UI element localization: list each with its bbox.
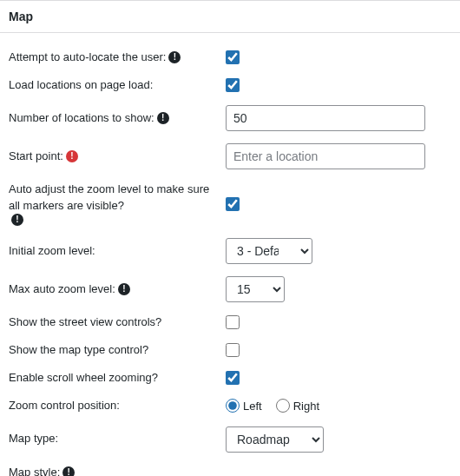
info-icon[interactable]: !: [11, 214, 23, 226]
radio-label-right[interactable]: Right: [276, 399, 319, 413]
row-map-type: Map type: Roadmap: [9, 420, 451, 459]
label-initial-zoom: Initial zoom level:: [9, 243, 226, 259]
label-zoom-pos: Zoom control position:: [9, 398, 226, 413]
info-icon[interactable]: !: [157, 112, 169, 124]
label-street-view-text: Show the street view controls?: [9, 314, 161, 330]
label-auto-zoom-text: Auto adjust the zoom level to make sure …: [9, 182, 217, 213]
select-max-auto-zoom[interactable]: 15: [226, 276, 285, 302]
radio-right-text: Right: [293, 400, 319, 413]
label-map-type-ctrl-text: Show the map type control?: [9, 342, 148, 358]
label-start-point: Start point: !: [9, 149, 226, 164]
row-scroll-wheel: Enable scroll wheel zooming?: [9, 364, 451, 392]
row-max-auto-zoom: Max auto zoom level: ! 15: [9, 270, 451, 308]
label-map-type: Map type:: [9, 431, 226, 446]
row-auto-locate: Attempt to auto-locate the user: !: [9, 43, 451, 71]
label-auto-locate: Attempt to auto-locate the user: !: [9, 50, 226, 65]
radio-left[interactable]: [226, 399, 240, 413]
row-zoom-pos: Zoom control position: Left Right: [9, 392, 451, 420]
checkbox-auto-zoom[interactable]: [226, 197, 240, 211]
label-load-on-page: Load locations on page load:: [9, 77, 226, 93]
form-body: Attempt to auto-locate the user: ! Load …: [0, 33, 460, 476]
checkbox-scroll-wheel[interactable]: [226, 371, 240, 385]
checkbox-street-view[interactable]: [226, 315, 240, 329]
label-auto-locate-text: Attempt to auto-locate the user:: [9, 50, 166, 65]
warning-icon[interactable]: !: [66, 150, 78, 162]
row-num-locations: Number of locations to show: !: [9, 99, 451, 137]
radio-right[interactable]: [276, 399, 290, 413]
row-street-view: Show the street view controls?: [9, 308, 451, 336]
label-auto-zoom: Auto adjust the zoom level to make sure …: [9, 182, 226, 225]
checkbox-map-type-ctrl[interactable]: [226, 343, 240, 357]
input-num-locations[interactable]: [226, 105, 425, 131]
info-icon[interactable]: !: [168, 51, 181, 63]
label-num-locations-text: Number of locations to show:: [9, 110, 154, 126]
section-title: Map: [0, 0, 460, 33]
radio-label-left[interactable]: Left: [226, 399, 262, 413]
label-initial-zoom-text: Initial zoom level:: [9, 243, 95, 259]
checkbox-load-on-page[interactable]: [226, 78, 240, 92]
row-map-style: Map style: !: [9, 459, 451, 477]
label-map-type-ctrl: Show the map type control?: [9, 342, 226, 358]
label-scroll-wheel: Enable scroll wheel zooming?: [9, 370, 226, 386]
label-map-style-text: Map style:: [9, 465, 60, 477]
label-max-auto-zoom: Max auto zoom level: !: [9, 281, 226, 297]
select-initial-zoom[interactable]: 3 - Default: [226, 238, 312, 264]
row-auto-zoom: Auto adjust the zoom level to make sure …: [9, 175, 451, 231]
label-zoom-pos-text: Zoom control position:: [9, 398, 120, 413]
label-map-style: Map style: !: [9, 465, 226, 477]
label-map-type-text: Map type:: [9, 431, 58, 446]
label-load-on-page-text: Load locations on page load:: [9, 77, 153, 93]
label-max-auto-zoom-text: Max auto zoom level:: [9, 281, 115, 297]
row-map-type-ctrl: Show the map type control?: [9, 336, 451, 364]
label-start-point-text: Start point:: [9, 149, 63, 164]
select-map-type[interactable]: Roadmap: [226, 426, 324, 453]
row-load-on-page: Load locations on page load:: [9, 71, 451, 99]
radio-left-text: Left: [243, 400, 262, 413]
checkbox-auto-locate[interactable]: [226, 50, 240, 64]
label-scroll-wheel-text: Enable scroll wheel zooming?: [9, 370, 158, 386]
label-street-view: Show the street view controls?: [9, 314, 226, 330]
row-start-point: Start point: !: [9, 137, 451, 175]
label-num-locations: Number of locations to show: !: [9, 110, 226, 126]
input-start-point[interactable]: [226, 143, 425, 169]
row-initial-zoom: Initial zoom level: 3 - Default: [9, 232, 451, 270]
info-icon[interactable]: !: [118, 283, 130, 295]
info-icon[interactable]: !: [62, 466, 75, 476]
